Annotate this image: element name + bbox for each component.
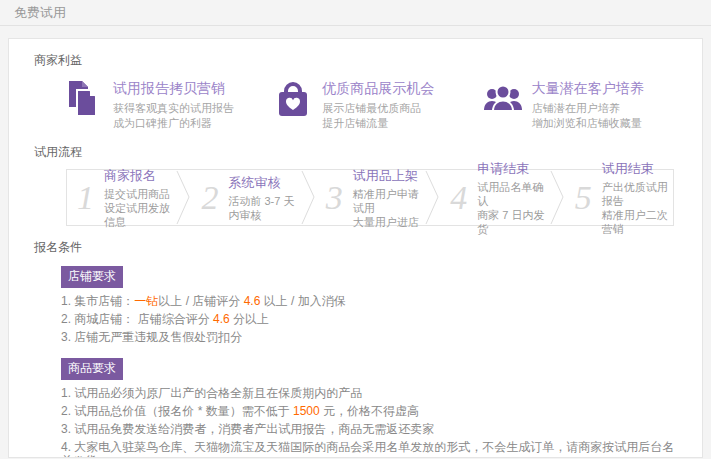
content-card: 商家利益 试用报告拷贝营销 获得客观真实的试用报告 成为口碑推广的利器	[8, 38, 703, 458]
benefit-line: 成为口碑推广的利器	[113, 116, 234, 131]
highlight-value: 4.6	[213, 312, 230, 326]
chevron-right-icon	[424, 170, 440, 225]
benefit-line: 提升店铺流量	[322, 116, 434, 131]
page-header: 免费试用	[0, 0, 711, 26]
benefit-text: 优质商品展示机会 展示店铺最优质商品 提升店铺流量	[322, 79, 434, 131]
step-line: 精准用户申请试用	[353, 187, 424, 215]
benefit-product-display: 优质商品展示机会 展示店铺最优质商品 提升店铺流量	[273, 79, 482, 131]
product-req-item-3: 3. 试用品免费发送给消费者，消费者产出试用报告，商品无需返还卖家	[61, 422, 682, 436]
step-number: 3	[326, 181, 343, 215]
step-number: 4	[450, 181, 467, 215]
benefit-line: 增加浏览和店铺收藏量	[532, 116, 644, 131]
step-number: 1	[77, 181, 94, 215]
bag-heart-icon	[273, 79, 313, 119]
step-line: 大量用户进店	[353, 215, 424, 229]
step-merchant-signup: 1 商家报名 提交试用商品 设定试用发放信息	[67, 170, 175, 225]
step-title: 试用结束	[602, 160, 673, 178]
step-number: 5	[575, 181, 592, 215]
step-line: 试用品名单确认	[477, 180, 548, 208]
benefit-text: 试用报告拷贝营销 获得客观真实的试用报告 成为口碑推广的利器	[113, 79, 234, 131]
step-line: 提交试用商品	[104, 187, 175, 201]
step-line: 活动前 3-7 天内审核	[228, 194, 299, 222]
shop-requirements-badge: 店铺要求	[61, 266, 123, 288]
documents-icon	[64, 79, 104, 119]
step-line: 精准用户二次营销	[602, 208, 673, 236]
people-icon	[483, 79, 523, 119]
benefit-line: 展示店铺最优质商品	[322, 101, 434, 116]
benefit-line: 店铺潜在用户培养	[532, 101, 644, 116]
chevron-right-icon	[300, 170, 316, 225]
process-steps: 1 商家报名 提交试用商品 设定试用发放信息 2 系统审核 活动前 3-7 天内…	[66, 169, 674, 226]
shop-req-item-2: 2. 商城店铺： 店铺综合评分 4.6 分以上	[61, 312, 682, 326]
step-line: 设定试用发放信息	[104, 201, 175, 229]
benefit-customer-growth: 大量潜在客户培养 店铺潜在用户培养 增加浏览和店铺收藏量	[483, 79, 692, 131]
step-line: 产出优质试用报告	[602, 180, 673, 208]
shop-requirements-list: 1. 集市店铺：一钻以上 / 店铺评分 4.6 以上 / 加入消保 2. 商城店…	[61, 294, 682, 344]
conditions-section-title: 报名条件	[34, 239, 702, 256]
chevron-right-icon	[549, 170, 565, 225]
product-requirements-badge: 商品要求	[61, 358, 123, 380]
benefits-section-title: 商家利益	[34, 52, 702, 69]
step-title: 试用品上架	[353, 167, 424, 185]
shop-req-item-1: 1. 集市店铺：一钻以上 / 店铺评分 4.6 以上 / 加入消保	[61, 294, 682, 308]
highlight-value: 4.6	[244, 294, 261, 308]
product-req-item-2: 2. 试用品总价值（报名价 * 数量）需不低于 1500 元，价格不得虚高	[61, 404, 682, 418]
shop-req-item-3: 3. 店铺无严重违规及售假处罚扣分	[61, 330, 682, 344]
product-req-item-1: 1. 试用品必须为原厂出产的合格全新且在保质期内的产品	[61, 386, 682, 400]
process-section-title: 试用流程	[34, 144, 702, 161]
step-apply-end: 4 申请结束 试用品名单确认 商家 7 日内发货	[440, 170, 548, 225]
page-title: 免费试用	[14, 5, 66, 20]
product-req-item-4: 4. 大家电入驻菜鸟仓库、天猫物流宝及天猫国际的商品会采用名单发放的形式，不会生…	[61, 440, 682, 458]
product-requirements-list: 1. 试用品必须为原厂出产的合格全新且在保质期内的产品 2. 试用品总价值（报名…	[61, 386, 682, 458]
benefit-title: 优质商品展示机会	[322, 80, 434, 98]
step-title: 申请结束	[477, 160, 548, 178]
benefit-title: 试用报告拷贝营销	[113, 80, 234, 98]
benefit-text: 大量潜在客户培养 店铺潜在用户培养 增加浏览和店铺收藏量	[532, 79, 644, 131]
step-line: 商家 7 日内发货	[477, 208, 548, 236]
step-number: 2	[201, 181, 218, 215]
highlight-value: 1500	[293, 404, 320, 418]
step-system-review: 2 系统审核 活动前 3-7 天内审核	[191, 170, 299, 225]
step-title: 系统审核	[228, 174, 299, 192]
step-trial-end: 5 试用结束 产出优质试用报告 精准用户二次营销	[565, 170, 673, 225]
benefit-report-marketing: 试用报告拷贝营销 获得客观真实的试用报告 成为口碑推广的利器	[64, 79, 273, 131]
benefits-row: 试用报告拷贝营销 获得客观真实的试用报告 成为口碑推广的利器 优质商品展示机会 …	[9, 69, 702, 131]
step-title: 商家报名	[104, 167, 175, 185]
chevron-right-icon	[175, 170, 191, 225]
step-item-listed: 3 试用品上架 精准用户申请试用 大量用户进店	[316, 170, 424, 225]
benefit-line: 获得客观真实的试用报告	[113, 101, 234, 116]
highlight-value: 一钻	[134, 294, 158, 308]
benefit-title: 大量潜在客户培养	[532, 80, 644, 98]
